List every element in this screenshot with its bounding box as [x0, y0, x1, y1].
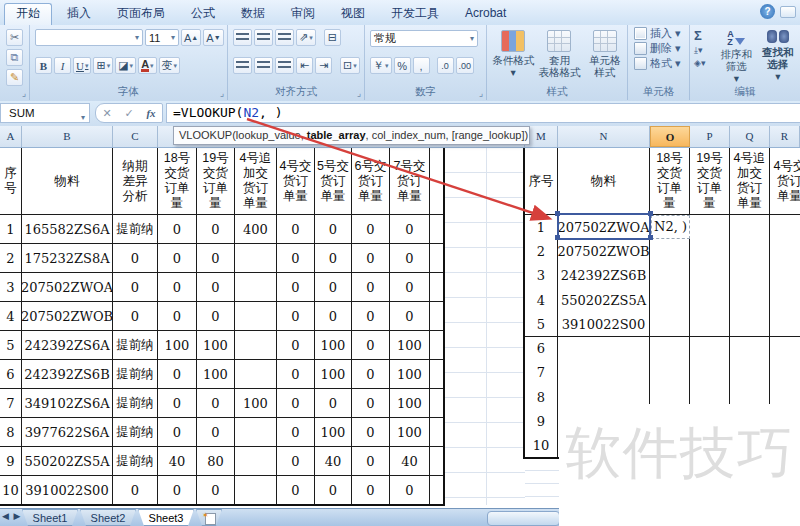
- left-table-cell[interactable]: [430, 476, 444, 505]
- left-table-cell[interactable]: 0: [352, 273, 390, 302]
- left-table-cell[interactable]: [235, 447, 277, 476]
- right-table-cell[interactable]: [558, 337, 650, 362]
- right-table-cell[interactable]: [730, 337, 770, 362]
- left-table-cell[interactable]: 0: [390, 476, 430, 505]
- left-table-cell[interactable]: 207502ZWOB: [22, 302, 113, 331]
- left-table-cell[interactable]: 0: [197, 389, 235, 418]
- column-header-P[interactable]: P: [690, 126, 730, 147]
- left-table-cell[interactable]: 0: [390, 215, 430, 244]
- left-table-cell[interactable]: 0: [277, 447, 315, 476]
- left-table-header-cell[interactable]: 物料: [22, 148, 113, 215]
- left-table-cell[interactable]: 0: [352, 389, 390, 418]
- left-table-cell[interactable]: [235, 331, 277, 360]
- left-table-cell[interactable]: 349102ZS6A: [22, 389, 113, 418]
- left-table-cell[interactable]: 0: [390, 302, 430, 331]
- horizontal-scrollbar-thumb[interactable]: [487, 511, 560, 526]
- comma-style-button[interactable]: ,: [413, 57, 430, 74]
- left-table-cell[interactable]: 1: [0, 215, 22, 244]
- left-table-cell[interactable]: 0: [158, 418, 197, 447]
- align-left-button[interactable]: [233, 57, 252, 74]
- left-table-cell[interactable]: 0: [352, 447, 390, 476]
- right-table-cell[interactable]: [770, 288, 800, 313]
- left-table-cell[interactable]: 400: [235, 215, 277, 244]
- percent-style-button[interactable]: %: [394, 57, 411, 74]
- left-table-cell[interactable]: 0: [158, 215, 197, 244]
- selection-handle[interactable]: [555, 235, 560, 240]
- ribbon-tab-数据[interactable]: 数据: [230, 4, 276, 23]
- left-table-header-cell[interactable]: 7号交 货订 单量: [390, 148, 430, 215]
- left-table-cell[interactable]: 提前纳: [113, 447, 158, 476]
- left-table-cell[interactable]: 0: [277, 360, 315, 389]
- left-table-cell[interactable]: 0: [197, 244, 235, 273]
- merge-center-button[interactable]: ⊡▾: [340, 57, 360, 74]
- decrease-indent-button[interactable]: ⇤: [296, 57, 313, 74]
- right-table-cell[interactable]: 207502ZWOA: [558, 215, 650, 240]
- left-table-cell[interactable]: [430, 215, 444, 244]
- left-table-cell[interactable]: 0: [315, 244, 352, 273]
- right-table-cell[interactable]: [690, 239, 730, 264]
- right-table-header-cell[interactable]: 序号: [525, 148, 558, 215]
- alignment-dialog-launcher-icon[interactable]: ⌟: [357, 88, 361, 98]
- insert-worksheet-tab[interactable]: ✶: [196, 509, 222, 526]
- left-table-cell[interactable]: 165582ZS6A: [22, 215, 113, 244]
- right-table-cell[interactable]: 7: [525, 361, 558, 386]
- formula-input[interactable]: =VLOOKUP(N2, ): [166, 103, 800, 123]
- left-table-cell[interactable]: 0: [352, 302, 390, 331]
- left-table-cell[interactable]: 3910022S00: [22, 476, 113, 505]
- delete-cells-button[interactable]: 删除▾: [634, 41, 689, 55]
- right-table-cell[interactable]: [690, 361, 730, 386]
- copy-icon[interactable]: ⧉: [6, 49, 23, 66]
- right-table-cell[interactable]: [650, 337, 690, 362]
- left-table-cell[interactable]: 242392ZS6B: [22, 360, 113, 389]
- left-table-cell[interactable]: 0: [352, 244, 390, 273]
- sheet-tab-Sheet2[interactable]: Sheet2: [80, 509, 136, 526]
- increase-decimal-button[interactable]: .0: [437, 57, 454, 74]
- left-table-cell[interactable]: [235, 476, 277, 505]
- name-box[interactable]: SUM▾: [0, 103, 90, 123]
- cell-styles-button[interactable]: 单元格 样式: [585, 27, 625, 78]
- left-table-cell[interactable]: [430, 331, 444, 360]
- left-table-cell[interactable]: 0: [197, 302, 235, 331]
- left-table-cell[interactable]: 100: [390, 389, 430, 418]
- clipboard-dialog-launcher-icon[interactable]: ⌟: [22, 88, 26, 98]
- right-table-cell[interactable]: [690, 288, 730, 313]
- help-icon[interactable]: ?: [760, 4, 775, 19]
- right-table-cell[interactable]: 207502ZWOB: [558, 239, 650, 264]
- column-header-Q[interactable]: Q: [730, 126, 770, 147]
- ribbon-tab-公式[interactable]: 公式: [180, 4, 226, 23]
- left-table-cell[interactable]: [430, 447, 444, 476]
- right-table-header-cell[interactable]: 4号追 加交 货订 单量: [730, 148, 770, 215]
- format-as-table-button[interactable]: 套用 表格格式: [536, 27, 582, 78]
- left-table-cell[interactable]: 7: [0, 389, 22, 418]
- left-table-cell[interactable]: 提前纳: [113, 418, 158, 447]
- font-dialog-launcher-icon[interactable]: ⌟: [220, 88, 224, 98]
- left-table-cell[interactable]: 3: [0, 273, 22, 302]
- number-dialog-launcher-icon[interactable]: ⌟: [479, 88, 483, 98]
- left-table-cell[interactable]: [430, 389, 444, 418]
- column-header-O[interactable]: O: [650, 126, 690, 147]
- column-header-B[interactable]: B: [22, 126, 113, 147]
- format-cells-button[interactable]: 格式▾: [634, 56, 689, 70]
- cancel-icon[interactable]: ✕: [102, 107, 111, 120]
- left-table-header-cell[interactable]: [430, 148, 444, 215]
- conditional-formatting-button[interactable]: 条件格式▾: [492, 27, 534, 78]
- sheet-nav-icons[interactable]: ◀ ▶: [2, 511, 21, 521]
- left-table-cell[interactable]: 0: [352, 331, 390, 360]
- left-table-cell[interactable]: 0: [197, 476, 235, 505]
- cut-icon[interactable]: ✂: [6, 29, 23, 46]
- right-table-cell[interactable]: 1: [525, 215, 558, 240]
- left-table-header-cell[interactable]: 序号: [0, 148, 22, 215]
- left-table-cell[interactable]: 10: [0, 476, 22, 505]
- left-table-cell[interactable]: 0: [277, 273, 315, 302]
- right-table-cell[interactable]: 10: [525, 434, 558, 459]
- sheet-tab-Sheet3[interactable]: Sheet3: [138, 509, 194, 526]
- left-table-cell[interactable]: [235, 360, 277, 389]
- italic-button[interactable]: I: [54, 57, 71, 74]
- ribbon-tab-页面布局[interactable]: 页面布局: [106, 4, 176, 23]
- left-table-header-cell[interactable]: 19号 交货 订单 量: [197, 148, 235, 215]
- left-table-cell[interactable]: 0: [113, 302, 158, 331]
- column-header-C[interactable]: C: [113, 126, 158, 147]
- right-table-cell[interactable]: 3910022S00: [558, 312, 650, 337]
- left-table-cell[interactable]: 8: [0, 418, 22, 447]
- right-table-cell[interactable]: [770, 337, 800, 362]
